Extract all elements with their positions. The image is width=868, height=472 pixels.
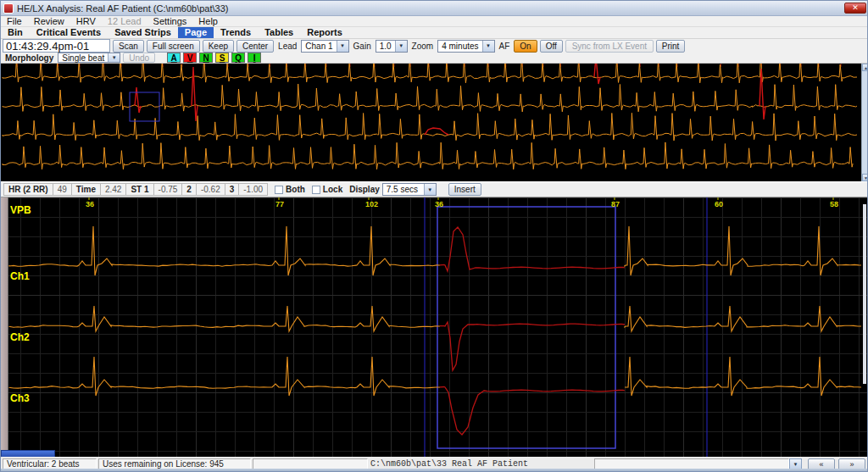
keep-button[interactable]: Keep <box>203 40 234 53</box>
Ch2-trace <box>625 306 861 331</box>
af-label: AF <box>498 42 512 51</box>
time-label: Time <box>76 185 96 194</box>
time-field[interactable]: 01:43:29.4pm-01 <box>3 39 110 53</box>
st2-value: -0.62 <box>201 185 220 194</box>
beat-class-a-button[interactable]: A <box>167 53 181 63</box>
lead-value: Chan 1 <box>302 42 336 51</box>
display-value: 7.5 secs <box>383 185 424 194</box>
chevron-down-icon[interactable]: ▼ <box>337 41 348 52</box>
morphology-mode-select[interactable]: Single beat ▼ <box>58 53 120 63</box>
st2-label: 2 <box>186 185 192 194</box>
close-icon[interactable]: ✕ <box>844 3 866 14</box>
ecg-row-trace <box>3 142 853 169</box>
lock-label: Lock <box>323 185 342 194</box>
zoom-select[interactable]: 4 minutes ▼ <box>437 40 494 53</box>
measurement-toolbar: HR (2 RR) 49 Time 2.42 ST 1 -0.75 2 -0.6… <box>1 181 868 197</box>
lead-label: Lead <box>276 42 298 51</box>
main-toolbar: 01:43:29.4pm-01 Scan Full screen Keep Ce… <box>1 39 868 53</box>
Ch1-vpb-trace <box>440 227 625 271</box>
st3-label: 3 <box>230 185 235 194</box>
chevron-down-icon[interactable]: ▼ <box>482 41 494 52</box>
both-checkbox[interactable] <box>275 186 283 194</box>
menu-review[interactable]: Review <box>28 16 70 26</box>
beat-panel-right-scrollbar[interactable] <box>863 204 866 384</box>
beat-class-v-button[interactable]: V <box>183 53 197 63</box>
st1-label: ST 1 <box>131 185 148 194</box>
channel-label-ch1: Ch1 <box>10 270 30 282</box>
beat-review-ecg-traces <box>1 197 868 457</box>
morphology-mode-value: Single beat <box>58 53 108 63</box>
Ch2-trace <box>9 306 440 331</box>
menu-file[interactable]: File <box>1 16 28 26</box>
af-off-button[interactable]: Off <box>540 40 563 53</box>
menu-12lead: 12 Lead <box>102 16 147 26</box>
scroll-down-icon[interactable]: ▼ <box>862 174 868 181</box>
hr-value-label: 102 <box>365 200 378 208</box>
tab-critical-events[interactable]: Critical Events <box>30 27 108 38</box>
morphology-toolbar: Morphology Single beat ▼ Undo A V N S Q … <box>1 53 868 64</box>
lead-select[interactable]: Chan 1 ▼ <box>301 40 348 53</box>
time-value: 2.42 <box>105 185 121 194</box>
beat-class-s-button[interactable]: S <box>215 53 229 63</box>
lock-checkbox[interactable] <box>312 186 320 194</box>
patient-path-label: C:\nm60b\pat\33 Real AF Patient <box>370 459 528 469</box>
ectopic-beat <box>192 67 198 121</box>
ecg-row-trace <box>3 64 857 83</box>
beat-class-i-button[interactable]: I <box>248 53 261 63</box>
channel-label-vpb: VPB <box>10 204 31 216</box>
Ch1-trace <box>625 226 861 275</box>
st1-value: -0.75 <box>159 185 178 194</box>
beat-panel-left-scrollbar[interactable] <box>1 197 8 457</box>
hr-value-label: 58 <box>830 200 838 208</box>
channel-label-ch3: Ch3 <box>10 392 30 404</box>
ectopic-beat <box>135 87 141 113</box>
app-icon <box>3 3 14 14</box>
hr-value-label: 77 <box>275 200 284 208</box>
ecg-row-trace <box>3 84 857 112</box>
view-tabs: Bin Critical Events Saved Strips Page Tr… <box>1 27 868 39</box>
insert-button[interactable]: Insert <box>448 183 481 196</box>
chevron-down-icon[interactable]: ▼ <box>108 53 120 62</box>
tab-bin[interactable]: Bin <box>1 27 30 38</box>
display-select[interactable]: 7.5 secs ▼ <box>382 183 437 196</box>
sync-lx-event-button: Sync from LX Event <box>565 40 654 53</box>
tab-trends[interactable]: Trends <box>214 27 258 38</box>
status-bar: Ventricular: 2 beats Uses remaining on L… <box>1 457 868 472</box>
beat-class-q-button[interactable]: Q <box>231 53 245 63</box>
menu-hrv[interactable]: HRV <box>70 16 102 26</box>
tab-page[interactable]: Page <box>178 27 214 38</box>
st3-value: -1.00 <box>243 185 263 194</box>
tab-tables[interactable]: Tables <box>258 27 300 38</box>
print-button[interactable]: Print <box>656 40 686 53</box>
menu-help[interactable]: Help <box>192 16 224 26</box>
hr-value-label: 36 <box>435 200 443 208</box>
both-label: Both <box>286 185 305 194</box>
window-bottom-edge <box>1 469 868 472</box>
tab-saved-strips[interactable]: Saved Strips <box>108 27 178 38</box>
chevron-down-icon[interactable]: ▼ <box>424 184 436 195</box>
af-on-button[interactable]: On <box>514 40 537 53</box>
tab-reports[interactable]: Reports <box>300 27 349 38</box>
morphology-label: Morphology <box>3 53 55 63</box>
scan-button[interactable]: Scan <box>113 40 144 53</box>
scroll-up-icon[interactable]: ▲ <box>862 64 868 71</box>
chevron-down-icon[interactable]: ▼ <box>395 41 407 52</box>
ecg-vertical-scrollbar[interactable]: ▲ ▼ <box>861 64 868 181</box>
Ch1-trace <box>9 226 440 275</box>
beat-review-panel[interactable]: 367710236876058 VPBCh1Ch2Ch3 <box>1 197 868 457</box>
center-button[interactable]: Center <box>236 40 274 53</box>
Ch3-trace <box>625 357 861 396</box>
menu-bar: File Review HRV 12 Lead Settings Help <box>1 16 868 27</box>
zoom-label: Zoom <box>410 42 436 51</box>
full-disclosure-ecg-traces <box>1 64 861 181</box>
full-disclosure-ecg-panel[interactable]: ▲ ▼ <box>1 64 868 181</box>
hr-value-label: 87 <box>611 200 620 208</box>
beat-class-n-button[interactable]: N <box>199 53 213 63</box>
ectopic-beat <box>594 64 600 84</box>
gain-select[interactable]: 1.0 ▼ <box>376 40 408 53</box>
full-screen-button[interactable]: Full screen <box>147 40 200 53</box>
menu-settings[interactable]: Settings <box>147 16 193 26</box>
Ch3-trace <box>9 357 440 396</box>
gain-value: 1.0 <box>376 42 395 51</box>
channel-label-ch2: Ch2 <box>10 331 30 343</box>
